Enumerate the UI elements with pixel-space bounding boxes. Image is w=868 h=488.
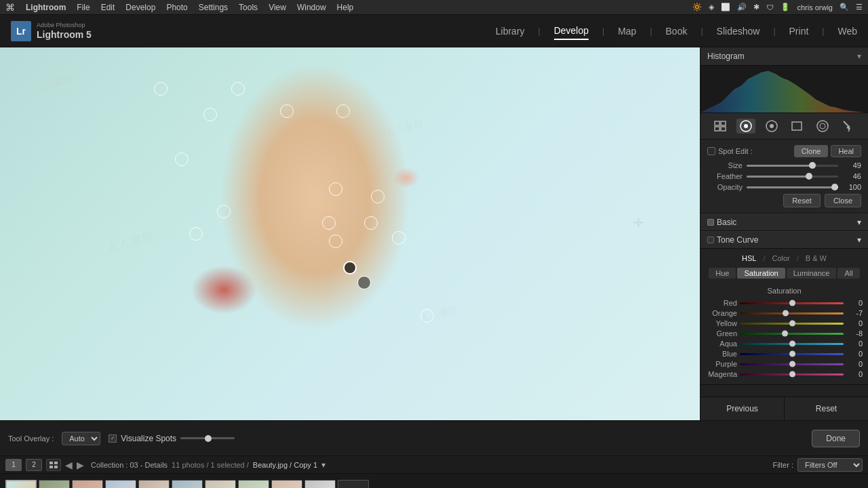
filmstrip-thumb-9[interactable] (304, 480, 336, 489)
hsl-sub-hue[interactable]: Hue (709, 268, 736, 279)
visualize-slider-thumb[interactable] (205, 435, 212, 442)
filter-select[interactable]: Filters Off (797, 458, 863, 472)
collapse-histogram-icon[interactable]: ▾ (857, 52, 861, 61)
filmstrip-thumb-6[interactable] (205, 480, 236, 489)
blue-slider-thumb[interactable] (789, 351, 795, 357)
feather-slider-thumb[interactable] (806, 173, 812, 180)
filmstrip-thumb-3[interactable] (105, 480, 136, 489)
spot-heal-tool[interactable] (736, 119, 755, 134)
size-slider-track[interactable] (747, 165, 838, 167)
purple-slider-track[interactable] (740, 363, 844, 365)
filmstrip-thumb-1[interactable] (39, 480, 70, 489)
basic-checkbox[interactable] (707, 219, 714, 226)
menu-lightroom[interactable]: Lightroom (26, 3, 66, 12)
menu-photo[interactable]: Photo (166, 3, 187, 12)
visualize-checkbox[interactable]: ✓ (108, 434, 117, 443)
tone-curve-checkbox[interactable] (707, 237, 714, 243)
aqua-slider-thumb[interactable] (789, 341, 795, 347)
spot-6[interactable] (329, 182, 342, 196)
spot-0[interactable] (154, 82, 167, 96)
blue-slider-track[interactable] (740, 353, 844, 355)
menu-file[interactable]: File (77, 3, 90, 12)
page-2-button[interactable]: 2 (26, 459, 42, 471)
tool-overlay-select[interactable]: Auto (62, 432, 100, 445)
menu-tools[interactable]: Tools (239, 3, 258, 12)
spot-1[interactable] (231, 82, 245, 96)
reset-all-button[interactable]: Reset (785, 397, 868, 420)
grid-view-button[interactable] (46, 459, 61, 471)
filmstrip-thumb-5[interactable] (172, 480, 203, 489)
hsl-sub-luminance[interactable]: Luminance (787, 268, 837, 279)
spot-4[interactable] (336, 104, 350, 118)
close-button[interactable]: Close (825, 194, 861, 207)
adjustment-brush-tool[interactable] (839, 119, 858, 134)
green-slider-thumb[interactable] (782, 331, 788, 337)
opacity-slider-thumb[interactable] (831, 184, 838, 190)
filmstrip-thumb-8[interactable] (271, 480, 302, 489)
filmstrip-thumb-2[interactable] (72, 480, 103, 489)
opacity-slider-track[interactable] (747, 186, 838, 188)
file-dropdown-icon[interactable]: ▾ (321, 460, 326, 470)
page-1-button[interactable]: 1 (5, 459, 22, 471)
spot-7[interactable] (371, 190, 384, 203)
feather-slider-track[interactable] (747, 176, 838, 178)
grid-tool[interactable] (711, 119, 730, 134)
green-slider-track[interactable] (740, 333, 844, 335)
heal-button[interactable]: Heal (831, 145, 861, 157)
previous-button[interactable]: Previous (701, 397, 785, 420)
reset-button[interactable]: Reset (783, 194, 821, 207)
filmstrip-thumb-0[interactable] (5, 480, 37, 489)
spot-8[interactable] (322, 216, 336, 230)
tab-web[interactable]: Web (837, 23, 857, 39)
photo-canvas[interactable]: 人人素材 人人素材 人人素材 人人素材 ✛ (0, 47, 700, 420)
tone-curve-section-header[interactable]: Tone Curve ▾ (701, 231, 868, 249)
crop-tool[interactable] (787, 119, 806, 134)
clone-button[interactable]: Clone (794, 145, 829, 157)
spot-5[interactable] (175, 152, 189, 166)
spot-9[interactable] (217, 205, 231, 218)
filmstrip-thumb-10[interactable] (338, 480, 369, 489)
magenta-slider-thumb[interactable] (789, 371, 795, 378)
basic-section-header[interactable]: Basic ▾ (701, 214, 868, 231)
tab-slideshow[interactable]: Slideshow (717, 23, 760, 39)
orange-slider-track[interactable] (740, 312, 844, 314)
spot-15[interactable] (420, 309, 434, 323)
spot-3[interactable] (280, 104, 294, 118)
yellow-slider-track[interactable] (740, 323, 844, 325)
red-slider-track[interactable] (740, 302, 844, 304)
apple-menu[interactable]: ⌘ (5, 2, 15, 13)
hsl-tab-color[interactable]: Color (766, 253, 795, 264)
hsl-tab-hsl[interactable]: HSL (736, 253, 762, 264)
size-slider-thumb[interactable] (809, 162, 816, 169)
hsl-sub-all[interactable]: All (837, 268, 859, 279)
hsl-sub-saturation[interactable]: Saturation (737, 268, 785, 279)
tone-curve-collapse-icon[interactable]: ▾ (857, 235, 861, 245)
tab-print[interactable]: Print (789, 23, 809, 39)
menu-view[interactable]: View (269, 3, 286, 12)
hsl-tab-bw[interactable]: B & W (800, 253, 832, 264)
spot-active-src[interactable] (343, 261, 357, 274)
done-button[interactable]: Done (812, 430, 860, 447)
yellow-slider-thumb[interactable] (789, 321, 795, 327)
spot-11[interactable] (329, 235, 342, 248)
filmstrip-thumb-4[interactable] (138, 480, 170, 489)
spot-2[interactable] (203, 108, 217, 121)
tab-library[interactable]: Library (496, 23, 525, 39)
filmstrip-thumb-7[interactable] (238, 480, 269, 489)
next-nav-arrow[interactable]: ▶ (77, 460, 84, 470)
menu-help[interactable]: Help (337, 3, 354, 12)
tab-book[interactable]: Book (666, 23, 688, 39)
spot-10[interactable] (189, 227, 203, 241)
visualize-slider[interactable] (180, 437, 235, 439)
purple-slider-thumb[interactable] (789, 361, 795, 367)
tab-develop[interactable]: Develop (554, 22, 589, 40)
radial-filter-tool[interactable] (813, 119, 832, 134)
orange-slider-thumb[interactable] (783, 310, 789, 317)
spot-13[interactable] (392, 231, 406, 245)
menu-settings[interactable]: Settings (199, 3, 228, 12)
menu-icon[interactable]: ☰ (856, 3, 863, 12)
spot-12[interactable] (364, 216, 378, 230)
menu-edit[interactable]: Edit (101, 3, 115, 12)
aqua-slider-track[interactable] (740, 343, 844, 345)
red-slider-thumb[interactable] (789, 300, 795, 306)
